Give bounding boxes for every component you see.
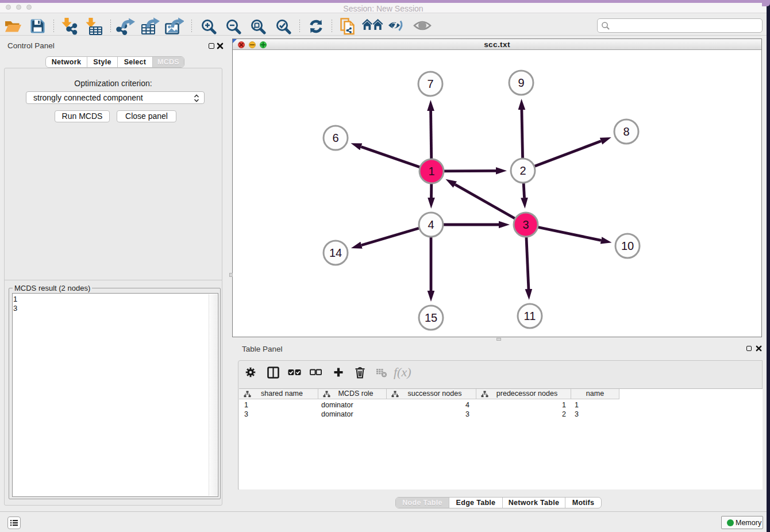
svg-text:7: 7: [427, 78, 433, 90]
svg-text:10: 10: [621, 240, 634, 252]
svg-text:15: 15: [425, 311, 437, 324]
svg-text:3: 3: [522, 218, 529, 231]
svg-text:8: 8: [623, 125, 629, 138]
svg-text:2: 2: [519, 164, 526, 177]
svg-text:1: 1: [428, 165, 434, 178]
svg-text:14: 14: [329, 246, 342, 259]
svg-text:f(x): f(x): [394, 365, 411, 379]
svg-text:6: 6: [332, 132, 338, 144]
svg-text:9: 9: [518, 76, 524, 89]
svg-text:4: 4: [428, 218, 434, 231]
svg-text:11: 11: [524, 310, 536, 322]
